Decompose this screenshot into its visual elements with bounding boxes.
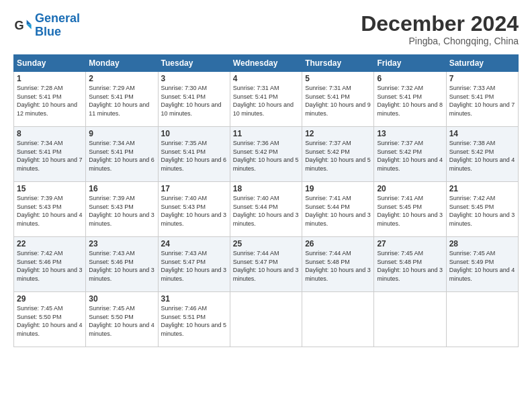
day-number: 15 <box>17 184 83 193</box>
day-info: Sunrise: 7:40 AM Sunset: 5:43 PM Dayligh… <box>161 194 227 228</box>
calendar-cell: 11Sunrise: 7:36 AM Sunset: 5:42 PM Dayli… <box>230 127 302 182</box>
calendar-cell: 10Sunrise: 7:35 AM Sunset: 5:41 PM Dayli… <box>158 127 230 182</box>
calendar-body: 1Sunrise: 7:28 AM Sunset: 5:41 PM Daylig… <box>14 72 519 347</box>
day-info: Sunrise: 7:43 AM Sunset: 5:46 PM Dayligh… <box>89 249 154 283</box>
day-info: Sunrise: 7:33 AM Sunset: 5:41 PM Dayligh… <box>449 84 515 118</box>
day-number: 13 <box>377 129 443 138</box>
calendar-cell: 13Sunrise: 7:37 AM Sunset: 5:42 PM Dayli… <box>374 127 446 182</box>
calendar-week-row: 22Sunrise: 7:42 AM Sunset: 5:46 PM Dayli… <box>14 237 519 292</box>
day-number: 5 <box>305 74 371 83</box>
day-number: 21 <box>449 184 515 193</box>
calendar-cell <box>446 292 518 347</box>
day-info: Sunrise: 7:32 AM Sunset: 5:41 PM Dayligh… <box>377 84 443 118</box>
calendar-week-row: 8Sunrise: 7:34 AM Sunset: 5:41 PM Daylig… <box>14 127 519 182</box>
calendar-cell: 26Sunrise: 7:44 AM Sunset: 5:48 PM Dayli… <box>302 237 374 292</box>
calendar-cell: 9Sunrise: 7:34 AM Sunset: 5:41 PM Daylig… <box>86 127 158 182</box>
day-number: 29 <box>17 294 83 304</box>
calendar-cell <box>230 292 302 347</box>
calendar-cell: 5Sunrise: 7:31 AM Sunset: 5:41 PM Daylig… <box>302 72 374 127</box>
logo-icon: G <box>13 16 32 35</box>
col-monday: Monday <box>86 55 158 72</box>
day-info: Sunrise: 7:34 AM Sunset: 5:41 PM Dayligh… <box>17 139 83 173</box>
calendar-cell: 28Sunrise: 7:45 AM Sunset: 5:49 PM Dayli… <box>446 237 518 292</box>
day-number: 14 <box>449 129 515 138</box>
day-info: Sunrise: 7:37 AM Sunset: 5:42 PM Dayligh… <box>377 139 443 173</box>
calendar-cell: 4Sunrise: 7:31 AM Sunset: 5:41 PM Daylig… <box>230 72 302 127</box>
calendar-cell <box>374 292 446 347</box>
calendar-cell <box>302 292 374 347</box>
calendar-cell: 18Sunrise: 7:40 AM Sunset: 5:44 PM Dayli… <box>230 182 302 237</box>
calendar-cell: 17Sunrise: 7:40 AM Sunset: 5:43 PM Dayli… <box>158 182 230 237</box>
day-number: 6 <box>377 74 443 83</box>
day-info: Sunrise: 7:43 AM Sunset: 5:47 PM Dayligh… <box>161 249 227 283</box>
calendar-cell: 1Sunrise: 7:28 AM Sunset: 5:41 PM Daylig… <box>14 72 86 127</box>
day-info: Sunrise: 7:45 AM Sunset: 5:50 PM Dayligh… <box>89 304 154 338</box>
calendar-cell: 25Sunrise: 7:44 AM Sunset: 5:47 PM Dayli… <box>230 237 302 292</box>
col-wednesday: Wednesday <box>230 55 302 72</box>
logo: G General Blue <box>13 12 80 39</box>
svg-marker-2 <box>27 24 32 29</box>
day-number: 20 <box>377 184 443 193</box>
day-number: 8 <box>17 129 83 138</box>
header-row: Sunday Monday Tuesday Wednesday Thursday… <box>14 55 519 72</box>
calendar-cell: 19Sunrise: 7:41 AM Sunset: 5:44 PM Dayli… <box>302 182 374 237</box>
day-info: Sunrise: 7:44 AM Sunset: 5:48 PM Dayligh… <box>305 249 371 283</box>
calendar-cell: 14Sunrise: 7:38 AM Sunset: 5:42 PM Dayli… <box>446 127 518 182</box>
day-info: Sunrise: 7:45 AM Sunset: 5:49 PM Dayligh… <box>449 249 515 283</box>
day-info: Sunrise: 7:42 AM Sunset: 5:46 PM Dayligh… <box>17 249 83 283</box>
day-number: 1 <box>17 74 83 83</box>
calendar-cell: 16Sunrise: 7:39 AM Sunset: 5:43 PM Dayli… <box>86 182 158 237</box>
day-info: Sunrise: 7:30 AM Sunset: 5:41 PM Dayligh… <box>161 84 227 118</box>
day-info: Sunrise: 7:36 AM Sunset: 5:42 PM Dayligh… <box>233 139 299 173</box>
day-info: Sunrise: 7:39 AM Sunset: 5:43 PM Dayligh… <box>89 194 154 228</box>
calendar-cell: 20Sunrise: 7:41 AM Sunset: 5:45 PM Dayli… <box>374 182 446 237</box>
month-title: December 2024 <box>361 12 519 36</box>
day-number: 22 <box>17 239 83 248</box>
calendar-cell: 31Sunrise: 7:46 AM Sunset: 5:51 PM Dayli… <box>158 292 230 347</box>
day-number: 2 <box>89 74 154 83</box>
calendar-week-row: 15Sunrise: 7:39 AM Sunset: 5:43 PM Dayli… <box>14 182 519 237</box>
logo-general: General <box>35 11 80 25</box>
calendar-week-row: 29Sunrise: 7:45 AM Sunset: 5:50 PM Dayli… <box>14 292 519 347</box>
day-number: 28 <box>449 239 515 248</box>
day-number: 11 <box>233 129 299 138</box>
col-friday: Friday <box>374 55 446 72</box>
day-info: Sunrise: 7:45 AM Sunset: 5:48 PM Dayligh… <box>377 249 443 283</box>
calendar-cell: 3Sunrise: 7:30 AM Sunset: 5:41 PM Daylig… <box>158 72 230 127</box>
day-number: 23 <box>89 239 154 248</box>
day-info: Sunrise: 7:46 AM Sunset: 5:51 PM Dayligh… <box>161 304 227 338</box>
logo-text: General Blue <box>35 12 80 39</box>
day-info: Sunrise: 7:31 AM Sunset: 5:41 PM Dayligh… <box>305 84 371 118</box>
calendar-cell: 8Sunrise: 7:34 AM Sunset: 5:41 PM Daylig… <box>14 127 86 182</box>
calendar-cell: 6Sunrise: 7:32 AM Sunset: 5:41 PM Daylig… <box>374 72 446 127</box>
day-number: 9 <box>89 129 154 138</box>
col-thursday: Thursday <box>302 55 374 72</box>
day-info: Sunrise: 7:40 AM Sunset: 5:44 PM Dayligh… <box>233 194 299 228</box>
day-number: 31 <box>161 294 227 304</box>
day-number: 19 <box>305 184 371 193</box>
day-number: 24 <box>161 239 227 248</box>
day-number: 12 <box>305 129 371 138</box>
calendar-cell: 29Sunrise: 7:45 AM Sunset: 5:50 PM Dayli… <box>14 292 86 347</box>
calendar-cell: 21Sunrise: 7:42 AM Sunset: 5:45 PM Dayli… <box>446 182 518 237</box>
calendar-cell: 24Sunrise: 7:43 AM Sunset: 5:47 PM Dayli… <box>158 237 230 292</box>
day-number: 7 <box>449 74 515 83</box>
calendar-cell: 22Sunrise: 7:42 AM Sunset: 5:46 PM Dayli… <box>14 237 86 292</box>
day-info: Sunrise: 7:39 AM Sunset: 5:43 PM Dayligh… <box>17 194 83 228</box>
day-number: 25 <box>233 239 299 248</box>
calendar-cell: 27Sunrise: 7:45 AM Sunset: 5:48 PM Dayli… <box>374 237 446 292</box>
calendar-table: Sunday Monday Tuesday Wednesday Thursday… <box>13 54 519 347</box>
day-info: Sunrise: 7:41 AM Sunset: 5:45 PM Dayligh… <box>377 194 443 228</box>
day-info: Sunrise: 7:44 AM Sunset: 5:47 PM Dayligh… <box>233 249 299 283</box>
calendar-cell: 2Sunrise: 7:29 AM Sunset: 5:41 PM Daylig… <box>86 72 158 127</box>
title-block: December 2024 Pingba, Chongqing, China <box>361 12 519 46</box>
calendar-cell: 30Sunrise: 7:45 AM Sunset: 5:50 PM Dayli… <box>86 292 158 347</box>
day-number: 3 <box>161 74 227 83</box>
day-number: 10 <box>161 129 227 138</box>
calendar-page: G General Blue December 2024 Pingba, Cho… <box>0 0 532 354</box>
day-number: 17 <box>161 184 227 193</box>
day-info: Sunrise: 7:31 AM Sunset: 5:41 PM Dayligh… <box>233 84 299 118</box>
day-info: Sunrise: 7:28 AM Sunset: 5:41 PM Dayligh… <box>17 84 83 118</box>
day-number: 26 <box>305 239 371 248</box>
day-number: 27 <box>377 239 443 248</box>
